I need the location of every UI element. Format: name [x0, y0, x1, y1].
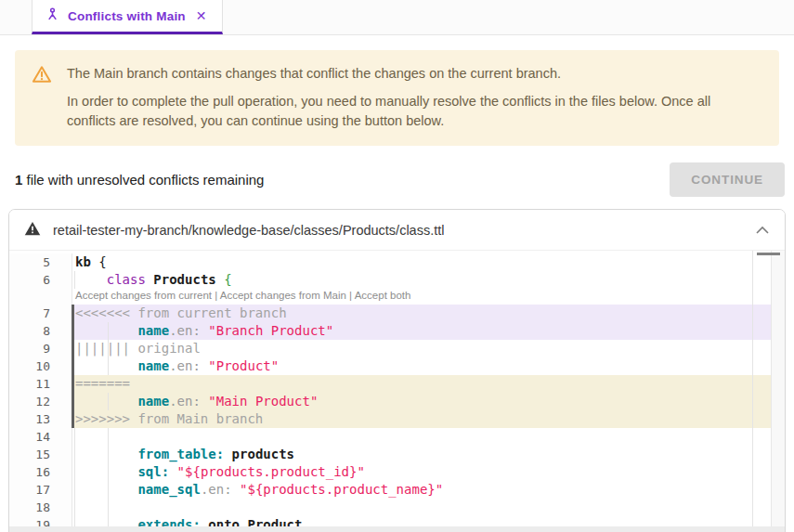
line-number: 8	[9, 322, 72, 340]
code-token	[75, 394, 137, 409]
collapse-chevron-icon[interactable]	[755, 222, 770, 239]
code-token: "Branch Product"	[208, 323, 333, 338]
code-line-content[interactable]	[72, 428, 771, 446]
tab-conflicts-with-main[interactable]: Conflicts with Main ✕	[32, 0, 223, 34]
code-line: 9||||||| original	[9, 340, 785, 357]
editor-ruler	[752, 251, 753, 526]
accept-changes-from-current-link[interactable]: Accept changes from current	[75, 290, 212, 301]
code-line: 12 name.en: "Main Product"	[9, 393, 785, 410]
codelens-separator: |	[212, 290, 220, 301]
code-token: products	[232, 447, 294, 461]
indent-guide	[74, 481, 75, 499]
line-number: 5	[9, 253, 72, 271]
code-token	[169, 464, 176, 479]
line-number: 6	[9, 271, 72, 289]
code-line-content[interactable]: name.en: "Branch Product"	[72, 322, 771, 340]
code-line-content[interactable]: name_sql.en: "${products.product_name}"	[72, 481, 771, 499]
code-line-content[interactable]	[72, 499, 771, 516]
conflict-codelens: Accept changes from current | Accept cha…	[72, 289, 771, 305]
code-line-content[interactable]: name.en: "Main Product"	[72, 393, 771, 410]
line-number: 16	[9, 463, 72, 481]
line-number: 17	[9, 481, 72, 499]
tab-close-icon[interactable]: ✕	[194, 7, 209, 24]
code-token	[75, 447, 137, 461]
code-line: 7<<<<<<< from current branch	[9, 305, 785, 322]
line-number: 7	[9, 305, 72, 322]
code-line-content[interactable]: class Products {	[72, 271, 771, 289]
code-token: .en:	[201, 482, 240, 497]
indent-guide	[108, 340, 109, 357]
code-token: from_table:	[137, 447, 224, 461]
code-token: Products	[146, 272, 224, 287]
indent-guide	[74, 271, 75, 289]
line-number: 10	[9, 357, 72, 375]
banner-line1: The Main branch contains changes that co…	[67, 64, 762, 84]
file-panel-header[interactable]: retail-tester-my-branch/knowledge-base/c…	[9, 210, 785, 251]
conflict-region-bar	[72, 305, 74, 322]
indent-guide	[108, 428, 109, 446]
warning-banner: The Main branch contains changes that co…	[15, 50, 779, 146]
code-token: .en:	[169, 358, 208, 373]
accept-changes-from-main-link[interactable]: Accept changes from Main	[220, 290, 346, 301]
code-token: "Product"	[208, 358, 279, 373]
code-token	[224, 447, 231, 461]
code-line: 5kb {	[9, 253, 785, 271]
code-line-content[interactable]: >>>>>>> from Main branch	[72, 410, 771, 428]
code-token: sql:	[137, 464, 169, 479]
code-line: 11=======	[9, 375, 785, 393]
code-token: =======	[75, 376, 130, 391]
continue-button[interactable]: CONTINUE	[670, 162, 785, 197]
line-number-gutter	[9, 289, 72, 305]
code-token: name	[137, 394, 169, 409]
indent-guide	[74, 428, 75, 446]
code-line: 14	[9, 428, 785, 446]
code-line-content[interactable]: =======	[72, 375, 771, 393]
conflict-region-bar	[72, 375, 74, 393]
code-line-content[interactable]: sql: "${products.product_id}"	[72, 463, 771, 481]
accept-both-link[interactable]: Accept both	[355, 290, 411, 301]
code-token	[75, 464, 137, 479]
conflict-region-bar	[72, 322, 74, 340]
code-token	[75, 272, 107, 287]
code-token: name_sql	[137, 482, 200, 497]
code-line: 17 name_sql.en: "${products.product_name…	[9, 481, 785, 499]
tab-label: Conflicts with Main	[68, 9, 186, 23]
code-line-content[interactable]: from_table: products	[72, 446, 771, 463]
warning-triangle-icon	[32, 65, 52, 131]
indent-guide	[108, 357, 109, 375]
file-panel: retail-tester-my-branch/knowledge-base/c…	[8, 209, 786, 532]
code-line: 6 class Products {	[9, 271, 785, 289]
line-number: 13	[9, 410, 72, 428]
indent-guide	[108, 499, 109, 516]
code-token: <<<<<<< from current branch	[75, 305, 287, 320]
line-number: 18	[9, 499, 72, 516]
indent-guide	[108, 446, 109, 463]
code-line: 8 name.en: "Branch Product"	[9, 322, 785, 340]
indent-guide	[74, 446, 75, 463]
codelens-separator: |	[346, 290, 355, 301]
code-line-content[interactable]: name.en: "Product"	[72, 357, 771, 375]
code-token: {	[98, 254, 106, 269]
conflict-status-label: file with unresolved conflicts remaining	[22, 172, 264, 188]
code-line-content[interactable]: ||||||| original	[72, 340, 771, 357]
banner-text: The Main branch contains changes that co…	[67, 63, 762, 131]
indent-guide	[108, 463, 109, 481]
conflict-region-bar	[72, 357, 74, 375]
code-token: {	[224, 272, 231, 287]
line-number: 15	[9, 446, 72, 463]
file-path: retail-tester-my-branch/knowledge-base/c…	[53, 223, 444, 238]
file-warning-icon	[24, 221, 41, 240]
code-line-content[interactable]: <<<<<<< from current branch	[72, 305, 771, 322]
conflict-codelens-row: Accept changes from current | Accept cha…	[9, 289, 785, 305]
conflict-region-bar	[72, 340, 74, 357]
conflict-region-bar	[72, 410, 74, 428]
merge-conflict-icon	[46, 7, 59, 25]
code-rows: 5kb {6 class Products {Accept changes fr…	[9, 253, 785, 532]
code-line-content[interactable]: kb {	[72, 253, 771, 271]
indent-guide	[108, 322, 109, 340]
horizontal-scrollbar[interactable]	[9, 526, 785, 532]
conflict-status-text: 1 file with unresolved conflicts remaini…	[15, 172, 264, 188]
vertical-scrollbar[interactable]	[771, 251, 785, 526]
status-row: 1 file with unresolved conflicts remaini…	[15, 162, 785, 197]
code-line: 16 sql: "${products.product_id}"	[9, 463, 785, 481]
